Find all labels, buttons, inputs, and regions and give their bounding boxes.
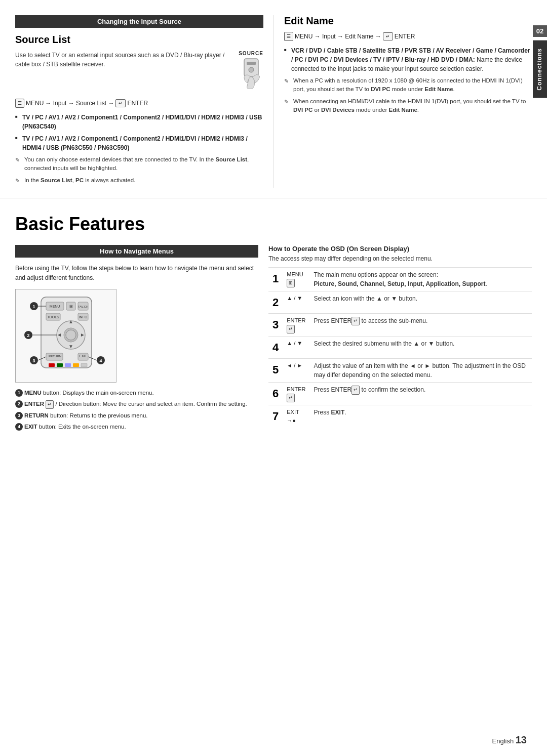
osd-step-1: 1 MENU ⊞ The main menu options appear on… xyxy=(268,267,532,291)
svg-text:▼: ▼ xyxy=(68,344,73,349)
source-note-1: You can only choose external devices tha… xyxy=(15,155,263,173)
step-6-desc: Press ENTER↵ to confirm the selection. xyxy=(310,383,532,405)
svg-rect-27 xyxy=(65,363,71,367)
edit-name-menu-path: ☰ MENU → Input → Edit Name → ↵ ENTER xyxy=(284,32,532,41)
navigate-menus-column: How to Navigate Menus Before using the T… xyxy=(15,245,258,434)
basic-features-content: How to Navigate Menus Before using the T… xyxy=(15,245,532,434)
basic-features-section: Basic Features How to Navigate Menus Bef… xyxy=(0,214,547,434)
edit-name-note-1: When a PC with a resolution of 1920 x 10… xyxy=(284,76,532,94)
osd-title: How to Operate the OSD (On Screen Displa… xyxy=(268,245,532,253)
source-notes: You can only choose external devices tha… xyxy=(15,155,263,185)
source-bullet-1: TV / PC / AV1 / AV2 / Component1 / Compo… xyxy=(15,113,263,131)
step-3-desc: Press ENTER↵ to access the sub-menu. xyxy=(310,313,532,336)
legend-item-2: 2 ENTER ↵ / Direction button: Move the c… xyxy=(15,400,258,409)
menu-grid-icon: ⊞ xyxy=(287,279,295,288)
svg-text:MENU: MENU xyxy=(50,305,60,308)
step-6-num: 6 xyxy=(268,383,283,405)
source-button-icon xyxy=(239,58,263,89)
source-label: SOURCE xyxy=(239,51,263,56)
source-list-desc: Use to select TV or an external input so… xyxy=(15,51,233,69)
svg-text:2: 2 xyxy=(27,333,29,338)
svg-text:►: ► xyxy=(80,332,85,338)
step-3-icon: ENTER ↵ xyxy=(283,313,309,336)
edit-name-bullet-1: VCR / DVD / Cable STB / Satellite STB / … xyxy=(284,46,532,73)
changing-input-header: Changing the Input Source xyxy=(15,15,263,28)
chapter-number: 02 xyxy=(533,25,547,37)
legend-num-3: 3 xyxy=(15,412,23,419)
source-list-title: Source List xyxy=(15,34,263,46)
enter-icon-step3: ↵ xyxy=(287,325,295,334)
legend-item-1: 1 MENU button: Displays the main on-scre… xyxy=(15,389,258,397)
source-bullet-list: TV / PC / AV1 / AV2 / Component1 / Compo… xyxy=(15,113,263,152)
step-2-num: 2 xyxy=(268,291,283,313)
svg-rect-25 xyxy=(49,363,55,367)
svg-text:⊞: ⊞ xyxy=(69,304,73,309)
legend-num-1: 1 xyxy=(15,389,23,397)
step-2-desc: Select an icon with the ▲ or ▼ button. xyxy=(310,291,532,313)
menu-icon-2: ☰ xyxy=(284,32,293,41)
step-1-num: 1 xyxy=(268,267,283,291)
step-5-icon: ◄ / ► xyxy=(283,359,309,383)
step-3-num: 3 xyxy=(268,313,283,336)
osd-step-6: 6 ENTER ↵ Press ENTER↵ to confirm the se… xyxy=(268,383,532,405)
remote-diagram: MENU ⊞ FAV.CH TOOLS INFO xyxy=(15,289,116,383)
step-4-desc: Select the desired submenu with the ▲ or… xyxy=(310,337,532,359)
step-6-icon: ENTER ↵ xyxy=(283,383,309,405)
navigate-menus-header: How to Navigate Menus xyxy=(15,245,258,258)
edit-name-bullet-list: VCR / DVD / Cable STB / Satellite STB / … xyxy=(284,46,532,73)
page-number: 13 xyxy=(516,734,527,745)
top-section: Changing the Input Source Source List Us… xyxy=(0,15,547,198)
source-note-2: In the Source List, PC is always activat… xyxy=(15,176,263,185)
page-footer: English 13 xyxy=(492,734,527,746)
source-bullet-2: TV / PC / AV1 / AV2 / Component1 / Compo… xyxy=(15,134,263,152)
remote-legend: 1 MENU button: Displays the main on-scre… xyxy=(15,389,258,431)
osd-step-2: 2 ▲ / ▼ Select an icon with the ▲ or ▼ b… xyxy=(268,291,532,313)
edit-name-note-2: When connecting an HDMI/DVI cable to the… xyxy=(284,97,532,115)
remote-svg: MENU ⊞ FAV.CH TOOLS INFO xyxy=(21,295,112,375)
osd-steps-table: 1 MENU ⊞ The main menu options appear on… xyxy=(268,267,532,428)
step-5-num: 5 xyxy=(268,359,283,383)
enter-icon: ↵ xyxy=(115,99,126,107)
edit-name-notes: When a PC with a resolution of 1920 x 10… xyxy=(284,76,532,114)
chapter-title: Connections xyxy=(533,40,547,98)
svg-text:4: 4 xyxy=(99,358,102,363)
svg-text:FAV.CH: FAV.CH xyxy=(78,305,89,308)
svg-rect-29 xyxy=(81,363,87,367)
edit-name-column: Edit Name ☰ MENU → Input → Edit Name → ↵… xyxy=(274,15,532,188)
svg-text:▲: ▲ xyxy=(68,319,73,324)
step-5-desc: Adjust the value of an item with the ◄ o… xyxy=(310,359,532,383)
enter-icon-2: ↵ xyxy=(383,32,393,40)
osd-column: How to Operate the OSD (On Screen Displa… xyxy=(268,245,532,434)
basic-features-title: Basic Features xyxy=(15,214,532,235)
language-label: English xyxy=(492,737,516,745)
osd-step-5: 5 ◄ / ► Adjust the value of an item with… xyxy=(268,359,532,383)
menu-icon: ☰ xyxy=(15,99,24,108)
svg-text:TOOLS: TOOLS xyxy=(47,315,59,319)
svg-rect-28 xyxy=(73,363,79,367)
enter-icon-step6b: ↵ xyxy=(351,386,360,395)
svg-text:INFO: INFO xyxy=(79,315,88,319)
svg-text:EXIT: EXIT xyxy=(79,354,87,358)
enter-icon-3: ↵ xyxy=(46,400,54,409)
step-7-desc: Press EXIT. xyxy=(310,405,532,428)
svg-point-16 xyxy=(66,330,76,340)
legend-num-4: 4 xyxy=(15,423,23,431)
osd-step-3: 3 ENTER ↵ Press ENTER↵ to access the sub… xyxy=(268,313,532,336)
legend-num-2: 2 xyxy=(15,400,23,408)
svg-text:RETURN: RETURN xyxy=(49,355,61,358)
step-1-desc: The main menu options appear on the scre… xyxy=(310,267,532,291)
svg-text:◄: ◄ xyxy=(57,332,62,338)
source-list-column: Changing the Input Source Source List Us… xyxy=(15,15,274,188)
svg-text:3: 3 xyxy=(32,358,35,363)
nav-description: Before using the TV, follow the steps be… xyxy=(15,264,258,283)
page-container: 02 Connections Changing the Input Source… xyxy=(0,0,547,756)
step-7-num: 7 xyxy=(268,405,283,428)
osd-step-4: 4 ▲ / ▼ Select the desired submenu with … xyxy=(268,337,532,359)
enter-icon-step6: ↵ xyxy=(287,394,295,403)
step-1-icon: MENU ⊞ xyxy=(283,267,309,291)
source-button-area: SOURCE xyxy=(239,51,263,91)
step-7-icon: EXIT →● xyxy=(283,405,309,428)
edit-name-title: Edit Name xyxy=(284,15,532,27)
svg-point-2 xyxy=(249,67,254,72)
legend-item-3: 3 RETURN button: Returns to the previous… xyxy=(15,411,258,420)
